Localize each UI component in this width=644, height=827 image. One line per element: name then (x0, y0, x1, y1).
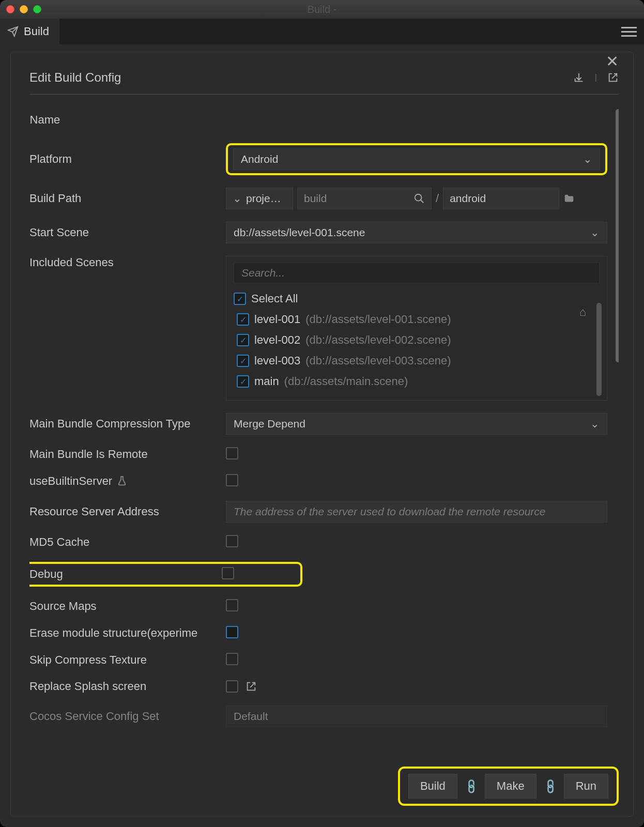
name-label: Name (30, 113, 60, 127)
external-link-icon[interactable] (246, 681, 257, 692)
chevron-down-icon: ⌄ (590, 418, 600, 430)
name-input[interactable] (226, 109, 607, 131)
erasemod-label: Erase module structure(experime (29, 626, 197, 640)
import-icon[interactable] (573, 72, 585, 83)
sourcemaps-checkbox[interactable] (226, 599, 238, 611)
panel-header: Edit Build Config | (29, 70, 619, 95)
tab-label: Build (24, 25, 49, 38)
footer-actions: Build 🔗 Make 🔗 Run (398, 767, 619, 806)
scene-checkbox[interactable]: ✓ (237, 375, 249, 388)
chevron-down-icon: ⌄ (583, 153, 592, 165)
flask-icon (116, 476, 128, 487)
scene-checkbox[interactable]: ✓ (237, 313, 249, 326)
app-window: Build - Build ✕ Edit Build Config | *Nam… (0, 0, 644, 827)
skiptex-checkbox[interactable] (226, 653, 238, 665)
md5-label: MD5 Cache (29, 535, 89, 549)
builtinserver-checkbox[interactable] (226, 474, 238, 486)
buildpath-seg-platform[interactable]: android (443, 188, 559, 209)
splash-label: Replace Splash screen (29, 680, 146, 693)
sourcemaps-label: Source Maps (29, 600, 97, 613)
startscene-label: Start Scene (29, 226, 89, 239)
md5-checkbox[interactable] (226, 535, 238, 547)
included-scenes-list: Search... ✓ Select All ✓ level-001 (db:/… (226, 256, 607, 401)
remote-checkbox[interactable] (226, 447, 238, 460)
builtinserver-label: useBuiltinServer (29, 474, 112, 488)
resaddr-input[interactable]: The address of the server used to downlo… (226, 501, 607, 523)
buildpath-seg-build[interactable]: build (297, 188, 432, 209)
run-button[interactable]: Run (564, 774, 608, 799)
includedscenes-label: Included Scenes (29, 256, 114, 269)
search-icon[interactable] (413, 193, 425, 204)
startscene-select[interactable]: db://assets/level-001.scene ⌄ (226, 222, 607, 243)
scenes-scrollbar[interactable] (596, 303, 602, 396)
buildpath-label: Build Path (29, 192, 81, 205)
window-title: Build - (0, 4, 644, 16)
debug-label: Debug (29, 568, 63, 581)
hamburger-icon[interactable] (621, 27, 637, 37)
paper-plane-icon (7, 26, 19, 37)
platform-select[interactable]: Android ⌄ (233, 148, 600, 170)
remote-label: Main Bundle Is Remote (29, 448, 148, 461)
build-config-panel: ✕ Edit Build Config | *Name Platform (10, 52, 634, 817)
link-icon: 🔗 (462, 777, 480, 795)
folder-icon[interactable] (563, 193, 575, 204)
link-icon: 🔗 (541, 777, 559, 795)
tab-build[interactable]: Build (0, 19, 59, 44)
make-button[interactable]: Make (485, 774, 536, 799)
scene-checkbox[interactable]: ✓ (237, 355, 249, 367)
erasemod-checkbox[interactable] (226, 626, 238, 638)
compression-label: Main Bundle Compression Type (29, 417, 190, 431)
compression-select[interactable]: Merge Depend ⌄ (226, 413, 607, 435)
buildpath-seg-project[interactable]: ⌄proje… (226, 188, 293, 209)
skiptex-label: Skip Compress Texture (29, 653, 147, 667)
platform-label: Platform (29, 152, 72, 166)
form-scrollbar[interactable] (616, 109, 619, 440)
chevron-down-icon: ⌄ (590, 226, 600, 239)
scene-checkbox[interactable]: ✓ (237, 334, 249, 346)
close-panel-icon[interactable]: ✕ (606, 52, 619, 70)
export-icon[interactable] (607, 72, 619, 83)
panel-title: Edit Build Config (29, 70, 121, 85)
resaddr-label: Resource Server Address (29, 505, 159, 518)
cocos-select[interactable]: Default (226, 706, 607, 727)
select-all-checkbox[interactable]: ✓ (234, 293, 246, 305)
tab-bar: Build (0, 19, 644, 44)
svg-point-0 (415, 194, 422, 201)
titlebar: Build - (0, 0, 644, 19)
splash-checkbox[interactable] (226, 680, 238, 693)
cocos-label: Cocos Service Config Set (29, 710, 159, 723)
home-icon[interactable]: ⌂ (579, 305, 586, 319)
build-button[interactable]: Build (408, 774, 457, 799)
debug-checkbox[interactable] (222, 567, 234, 579)
scenes-search-input[interactable]: Search... (234, 263, 600, 283)
